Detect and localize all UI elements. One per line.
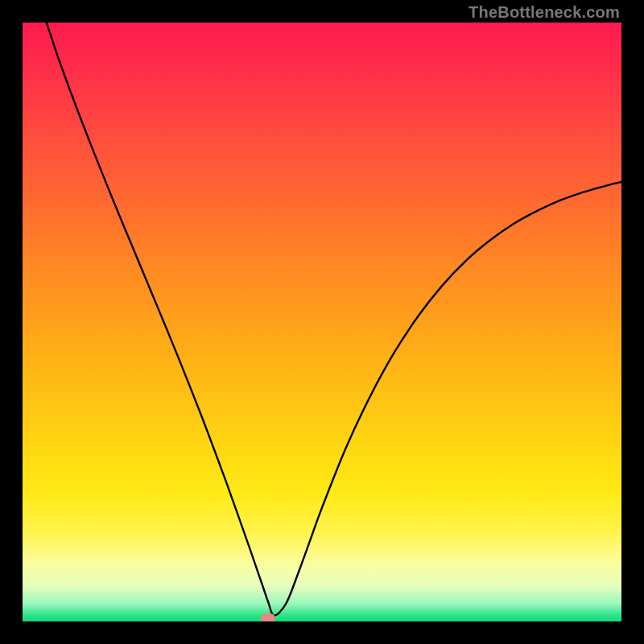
minimum-marker <box>261 613 275 621</box>
watermark-text: TheBottleneck.com <box>469 3 620 22</box>
plot-area <box>23 23 621 621</box>
bottleneck-curve <box>23 23 621 621</box>
chart-frame <box>0 0 644 644</box>
